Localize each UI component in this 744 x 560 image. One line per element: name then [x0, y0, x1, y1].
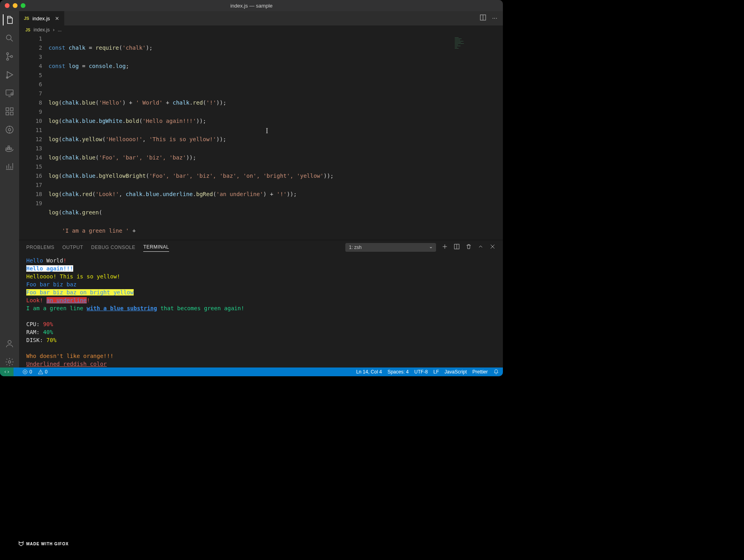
- svg-rect-16: [8, 146, 10, 148]
- tab-index-js[interactable]: JS index.js ✕: [19, 11, 64, 25]
- js-file-icon: JS: [25, 28, 30, 32]
- graph-icon[interactable]: [4, 161, 15, 172]
- svg-rect-14: [8, 148, 10, 150]
- search-icon[interactable]: [4, 33, 15, 44]
- source-control-icon[interactable]: [4, 51, 15, 62]
- tab-problems[interactable]: PROBLEMS: [26, 243, 55, 252]
- status-language[interactable]: JavaScript: [444, 369, 467, 375]
- tab-label: index.js: [32, 16, 50, 21]
- code-content[interactable]: const chalk = require('chalk'); const lo…: [49, 34, 503, 240]
- status-notifications-icon[interactable]: [493, 369, 499, 375]
- status-errors[interactable]: 0: [22, 369, 32, 375]
- breadcrumb-file: index.js: [33, 27, 50, 33]
- svg-point-6: [11, 93, 13, 95]
- svg-rect-15: [10, 148, 12, 150]
- terminal-output[interactable]: Hello World! Hello again!!! Helloooo! Th…: [19, 254, 503, 368]
- accounts-icon[interactable]: [4, 338, 15, 349]
- workbench: JS index.js ✕ ··· JS index.js › ... 1234…: [0, 11, 503, 368]
- run-debug-icon[interactable]: [4, 69, 15, 80]
- minimap[interactable]: ▬▬▬▬▬▬▬▬▬▬▬▬▬▬▬▬▬▬▬▬▬▬▬▬▬▬▬▬▬▬▬▬▬▬▬▬▬▬▬▬…: [454, 36, 500, 70]
- more-actions-icon[interactable]: ···: [492, 15, 497, 22]
- activity-bar: [0, 11, 19, 368]
- split-editor-icon[interactable]: [479, 14, 487, 23]
- panel-tabs: PROBLEMS OUTPUT DEBUG CONSOLE TERMINAL 1…: [19, 240, 503, 254]
- panel: PROBLEMS OUTPUT DEBUG CONSOLE TERMINAL 1…: [19, 240, 503, 368]
- tab-debug-console[interactable]: DEBUG CONSOLE: [91, 243, 135, 252]
- close-tab-icon[interactable]: ✕: [55, 16, 59, 21]
- kill-terminal-icon[interactable]: [465, 243, 472, 251]
- editor-group: JS index.js ✕ ··· JS index.js › ... 1234…: [19, 11, 503, 368]
- code-editor[interactable]: 12345678910111213141516171819 const chal…: [19, 34, 503, 240]
- extensions-icon[interactable]: [4, 106, 15, 117]
- settings-gear-icon[interactable]: [4, 356, 15, 368]
- status-warnings[interactable]: 0: [38, 369, 48, 375]
- svg-rect-7: [6, 108, 9, 111]
- minimize-window-button[interactable]: [13, 3, 18, 8]
- terminal-selector[interactable]: 1: zsh: [345, 243, 436, 252]
- tab-terminal[interactable]: TERMINAL: [143, 243, 169, 252]
- vscode-window: index.js — sample JS index.js: [0, 0, 503, 376]
- tab-output[interactable]: OUTPUT: [62, 243, 83, 252]
- explorer-icon[interactable]: [3, 14, 16, 25]
- window-title: index.js — sample: [230, 3, 273, 9]
- svg-point-3: [11, 56, 13, 58]
- status-cursor-position[interactable]: Ln 14, Col 4: [356, 369, 382, 375]
- maximize-panel-icon[interactable]: [477, 243, 484, 251]
- remote-indicator[interactable]: [0, 368, 14, 376]
- docker-icon[interactable]: [4, 142, 15, 154]
- svg-point-2: [7, 58, 9, 60]
- close-panel-icon[interactable]: [489, 243, 496, 251]
- new-terminal-icon[interactable]: [442, 243, 448, 251]
- js-file-icon: JS: [24, 16, 29, 21]
- gitlens-icon[interactable]: [4, 124, 15, 135]
- svg-rect-8: [10, 108, 13, 111]
- status-encoding[interactable]: UTF-8: [414, 369, 428, 375]
- svg-rect-13: [6, 148, 8, 150]
- status-bar: 0 0 Ln 14, Col 4 Spaces: 4 UTF-8 LF Java…: [0, 368, 503, 376]
- svg-point-0: [6, 35, 11, 40]
- svg-point-17: [8, 340, 11, 344]
- remote-explorer-icon[interactable]: [4, 88, 15, 99]
- line-numbers: 12345678910111213141516171819: [19, 34, 49, 240]
- svg-rect-5: [6, 90, 13, 95]
- status-eol[interactable]: LF: [433, 369, 439, 375]
- svg-rect-10: [10, 112, 13, 115]
- split-terminal-icon[interactable]: [454, 243, 460, 251]
- status-prettier[interactable]: Prettier: [472, 369, 488, 375]
- zoom-window-button[interactable]: [21, 3, 25, 8]
- text-cursor-icon: I: [266, 126, 268, 136]
- breadcrumb-rest: ...: [58, 27, 62, 33]
- title-bar: index.js — sample: [0, 0, 503, 11]
- svg-point-18: [8, 361, 11, 363]
- window-controls: [0, 3, 25, 8]
- breadcrumb-separator: ›: [53, 27, 55, 33]
- svg-point-12: [8, 128, 11, 131]
- status-indentation[interactable]: Spaces: 4: [388, 369, 409, 375]
- close-window-button[interactable]: [5, 3, 10, 8]
- tab-bar: JS index.js ✕ ···: [19, 11, 503, 25]
- breadcrumb[interactable]: JS index.js › ...: [19, 25, 503, 34]
- svg-rect-9: [6, 112, 9, 115]
- svg-point-1: [7, 53, 9, 55]
